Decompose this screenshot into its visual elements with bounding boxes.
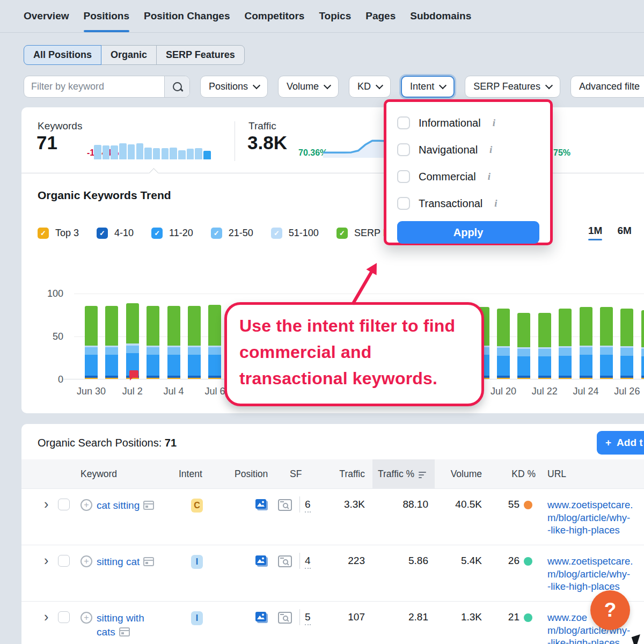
col-keyword[interactable]: Keyword <box>80 459 117 488</box>
checkbox-checked-icon[interactable]: ✓ <box>97 228 108 239</box>
expand-row-icon[interactable]: › <box>44 496 48 512</box>
keyword-link[interactable]: cat sitting <box>97 499 154 513</box>
tab-all-positions[interactable]: All Positions <box>24 45 101 65</box>
volume-filter-dropdown[interactable]: Volume <box>278 76 339 98</box>
add-to-list-button[interactable]: + Add t <box>597 431 644 455</box>
intent-option-transactional[interactable]: Transactional i <box>397 190 539 217</box>
col-url[interactable]: URL <box>547 459 566 488</box>
intent-badge[interactable]: C <box>191 499 203 513</box>
trend-bar[interactable] <box>105 306 118 379</box>
intent-badge[interactable]: I <box>191 611 203 625</box>
image-pack-icon[interactable] <box>255 555 269 568</box>
apply-button[interactable]: Apply <box>397 221 539 244</box>
checkbox-checked-icon[interactable]: ✓ <box>38 228 49 239</box>
row-checkbox[interactable] <box>58 555 70 567</box>
legend-4-10[interactable]: ✓4-10 <box>97 228 134 239</box>
info-icon[interactable]: i <box>489 144 492 156</box>
trend-bar[interactable] <box>580 307 592 379</box>
serp-snapshot-icon[interactable] <box>143 557 154 566</box>
url-link[interactable]: www.zoetispetcare. <box>547 555 644 568</box>
serp-preview-icon[interactable] <box>278 612 292 624</box>
url-link[interactable]: -like-high-places <box>547 580 644 593</box>
nav-overview[interactable]: Overview <box>24 0 69 32</box>
col-traffic[interactable]: Traffic <box>320 459 365 488</box>
expand-row-icon[interactable]: › <box>44 609 48 625</box>
period-1m[interactable]: 1M <box>588 225 602 240</box>
trend-bar[interactable] <box>517 313 530 379</box>
trend-bar[interactable] <box>497 309 510 379</box>
serp-preview-icon[interactable] <box>278 555 292 567</box>
expand-row-icon[interactable]: › <box>44 553 48 568</box>
url-link[interactable]: www.zoetispetcare. <box>547 499 644 511</box>
trend-bar[interactable] <box>147 306 159 379</box>
checkbox[interactable] <box>397 143 410 156</box>
checkbox[interactable] <box>397 170 410 183</box>
trend-bar[interactable] <box>126 303 139 379</box>
trend-bar[interactable] <box>85 306 98 379</box>
tab-serp-features[interactable]: SERP Features <box>156 45 245 65</box>
intent-option-informational[interactable]: Informational i <box>397 109 539 136</box>
legend-11-20[interactable]: ✓11-20 <box>151 228 193 239</box>
col-sf[interactable]: SF <box>290 459 302 488</box>
position-number[interactable]: 6 <box>305 499 311 513</box>
serp-snapshot-icon[interactable] <box>143 501 154 510</box>
nav-topics[interactable]: Topics <box>319 0 351 32</box>
trend-bar[interactable] <box>600 307 613 379</box>
add-keyword-icon[interactable]: + <box>80 555 92 567</box>
col-volume[interactable]: Volume <box>434 459 482 488</box>
search-button[interactable] <box>164 76 189 97</box>
legend-21-50[interactable]: ✓21-50 <box>211 228 253 239</box>
tab-organic[interactable]: Organic <box>101 45 157 65</box>
nav-positions[interactable]: Positions <box>84 0 130 32</box>
info-icon[interactable]: i <box>493 117 495 129</box>
serp-snapshot-icon[interactable] <box>119 627 130 636</box>
col-kd[interactable]: KD % <box>488 459 536 488</box>
checkbox-checked-icon[interactable]: ✓ <box>151 228 163 239</box>
intent-badge[interactable]: I <box>191 555 203 569</box>
image-pack-icon[interactable] <box>255 611 269 624</box>
checkbox-checked-icon[interactable]: ✓ <box>336 228 348 239</box>
row-checkbox[interactable] <box>58 611 70 623</box>
nav-position-changes[interactable]: Position Changes <box>144 0 230 32</box>
keyword-link[interactable]: sitting with cats <box>97 611 162 639</box>
col-position[interactable]: Position <box>235 459 268 488</box>
info-icon[interactable]: i <box>488 171 491 182</box>
url-link[interactable]: m/blog/article/why- <box>547 624 644 637</box>
legend-51-100[interactable]: ✓51-100 <box>271 228 319 239</box>
image-pack-icon[interactable] <box>255 499 269 511</box>
trend-bar[interactable] <box>538 313 551 379</box>
trend-bar[interactable] <box>208 305 221 379</box>
serp-features-filter-dropdown[interactable]: SERP Features <box>465 76 560 98</box>
note-flag-icon[interactable] <box>129 370 138 378</box>
intent-option-navigational[interactable]: Navigational i <box>397 136 539 163</box>
col-traffic-pct[interactable]: Traffic % <box>378 459 426 488</box>
checkbox-checked-icon[interactable]: ✓ <box>271 228 282 239</box>
url-link[interactable]: -like-high-places <box>547 636 644 644</box>
checkbox[interactable] <box>397 197 410 210</box>
period-6m[interactable]: 6M <box>617 225 631 240</box>
intent-option-commercial[interactable]: Commercial i <box>397 163 539 190</box>
advanced-filters-dropdown[interactable]: Advanced filte <box>570 76 644 98</box>
checkbox-checked-icon[interactable]: ✓ <box>211 228 222 239</box>
trend-bar[interactable] <box>559 309 572 379</box>
url-link[interactable]: -like-high-places <box>547 524 644 537</box>
row-checkbox[interactable] <box>58 499 70 510</box>
serp-preview-icon[interactable] <box>278 499 292 511</box>
url-link[interactable]: m/blog/article/why- <box>547 511 644 524</box>
nav-pages[interactable]: Pages <box>365 0 396 32</box>
position-number[interactable]: 5 <box>305 611 311 625</box>
checkbox[interactable] <box>397 116 410 129</box>
legend-top3[interactable]: ✓Top 3 <box>38 228 79 239</box>
info-icon[interactable]: i <box>494 197 497 209</box>
nav-subdomains[interactable]: Subdomains <box>410 0 471 32</box>
nav-competitors[interactable]: Competitors <box>244 0 304 32</box>
intent-filter-dropdown[interactable]: Intent <box>401 76 455 98</box>
help-button[interactable]: ? <box>590 590 630 630</box>
search-input[interactable] <box>24 76 164 97</box>
trend-bar[interactable] <box>167 306 180 379</box>
add-keyword-icon[interactable]: + <box>80 612 92 624</box>
positions-filter-dropdown[interactable]: Positions <box>200 76 268 98</box>
col-intent[interactable]: Intent <box>179 459 202 488</box>
kd-filter-dropdown[interactable]: KD <box>349 76 391 98</box>
trend-bar[interactable] <box>641 310 644 379</box>
